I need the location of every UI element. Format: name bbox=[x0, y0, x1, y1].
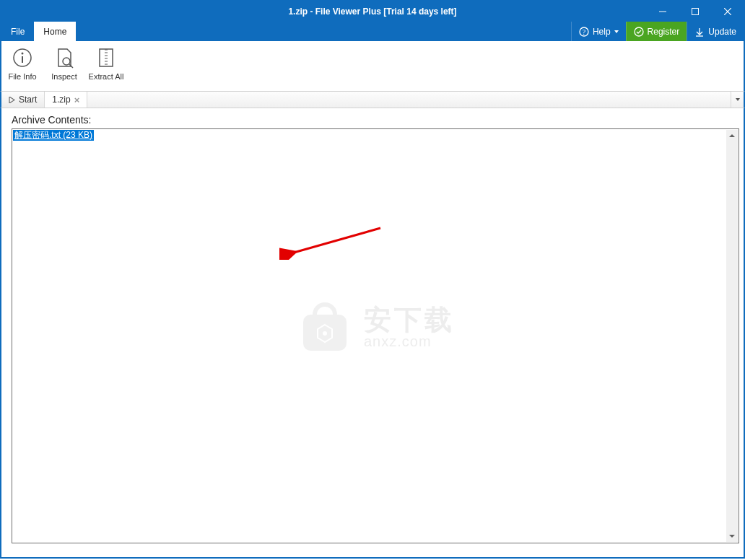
inspect-icon bbox=[53, 47, 75, 69]
close-button[interactable] bbox=[711, 1, 744, 22]
tab-document[interactable]: 1.zip × bbox=[45, 92, 87, 108]
svg-point-12 bbox=[63, 58, 70, 65]
download-icon bbox=[694, 27, 705, 37]
chevron-down-icon bbox=[614, 30, 619, 33]
play-icon bbox=[9, 97, 15, 103]
tab-close-button[interactable]: × bbox=[74, 95, 80, 105]
title-bar: 1.zip - File Viewer Plus [Trial 14 days … bbox=[0, 0, 745, 22]
close-icon bbox=[724, 8, 731, 15]
help-label: Help bbox=[593, 27, 611, 37]
content-area: Archive Contents: 解压密码.txt (23 KB) 安下载 a… bbox=[0, 108, 745, 559]
file-name: 解压密码.txt bbox=[14, 130, 61, 140]
menu-file[interactable]: File bbox=[1, 22, 34, 41]
tab-document-label: 1.zip bbox=[52, 95, 70, 105]
update-label: Update bbox=[708, 27, 736, 37]
help-button[interactable]: ? Help bbox=[571, 22, 626, 41]
extract-icon bbox=[95, 47, 117, 69]
info-icon bbox=[12, 47, 33, 69]
svg-marker-17 bbox=[9, 97, 14, 103]
maximize-icon bbox=[692, 8, 699, 15]
minimize-button[interactable] bbox=[646, 1, 679, 22]
chevron-down-icon bbox=[736, 98, 740, 101]
archive-file-row[interactable]: 解压密码.txt (23 KB) bbox=[13, 130, 94, 141]
ribbon-file-info[interactable]: File Info bbox=[1, 43, 43, 91]
scroll-down-button[interactable] bbox=[726, 530, 738, 542]
ribbon-toolbar: File Info Inspect Extract All bbox=[0, 41, 745, 91]
tab-start[interactable]: Start bbox=[1, 92, 45, 108]
ribbon-file-info-label: File Info bbox=[8, 72, 36, 81]
window-controls bbox=[646, 1, 744, 22]
menu-home[interactable]: Home bbox=[34, 22, 76, 41]
update-button[interactable]: Update bbox=[687, 22, 744, 41]
menu-bar: File Home ? Help Register Update bbox=[0, 22, 745, 41]
archive-list-inner: 解压密码.txt (23 KB) bbox=[13, 130, 726, 542]
ribbon-inspect[interactable]: Inspect bbox=[43, 43, 85, 91]
ribbon-extract-all-label: Extract All bbox=[89, 72, 124, 81]
svg-point-10 bbox=[22, 53, 24, 55]
file-size: (23 KB) bbox=[63, 130, 92, 140]
document-tabstrip: Start 1.zip × bbox=[0, 91, 745, 108]
svg-text:?: ? bbox=[583, 28, 586, 36]
register-button[interactable]: Register bbox=[626, 22, 687, 41]
window-title: 1.zip - File Viewer Plus [Trial 14 days … bbox=[288, 6, 456, 17]
menu-tabs-left: File Home bbox=[1, 22, 76, 41]
minimize-icon bbox=[659, 8, 666, 15]
vertical-scrollbar[interactable] bbox=[726, 130, 738, 542]
svg-rect-1 bbox=[692, 9, 698, 15]
svg-rect-14 bbox=[100, 49, 113, 66]
ribbon-extract-all[interactable]: Extract All bbox=[85, 43, 127, 91]
help-icon: ? bbox=[579, 27, 589, 37]
archive-contents-heading: Archive Contents: bbox=[12, 114, 739, 126]
scroll-up-button[interactable] bbox=[726, 130, 738, 141]
tab-start-label: Start bbox=[19, 95, 37, 105]
register-label: Register bbox=[648, 27, 680, 37]
check-icon bbox=[634, 27, 644, 37]
archive-listbox[interactable]: 解压密码.txt (23 KB) 安下载 anxz.com bbox=[12, 128, 739, 543]
tabstrip-overflow[interactable] bbox=[731, 92, 744, 108]
ribbon-inspect-label: Inspect bbox=[51, 72, 77, 81]
menu-actions-right: ? Help Register Update bbox=[571, 22, 744, 41]
svg-point-6 bbox=[635, 27, 643, 36]
maximize-button[interactable] bbox=[679, 1, 711, 22]
